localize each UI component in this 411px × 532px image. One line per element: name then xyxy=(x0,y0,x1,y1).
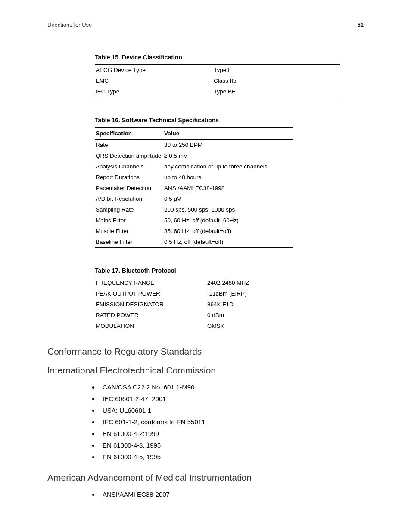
row-label: Report Durations xyxy=(95,172,163,183)
table-row: Report Durationsup to 48 hours xyxy=(95,172,293,183)
table-row: Rate30 to 250 BPM xyxy=(95,140,293,151)
conformance-heading: Conformance to Regulatory Standards xyxy=(47,346,364,357)
table16-header-value: Value xyxy=(163,128,293,140)
table15-caption: Table 15. Device Classification xyxy=(95,54,364,61)
row-value: 30 to 250 BPM xyxy=(163,140,293,151)
row-label: A/D bit Resolution xyxy=(95,193,163,204)
row-label: Rate xyxy=(95,140,163,151)
list-item: IEC 60601-2-47, 2001 xyxy=(99,395,364,402)
device-classification-table: AECG Device TypeType IEMCClass IIbIEC Ty… xyxy=(95,64,340,97)
table-row: MODULATIONGMSK xyxy=(95,320,258,331)
row-value: 35, 60 Hz, off (default=off) xyxy=(163,226,293,236)
row-label: Baseline Filter xyxy=(95,236,163,248)
table-row: Mains Filter50, 60 Hz, off (default=60Hz… xyxy=(95,215,293,226)
iec-standards-list: CAN/CSA C22.2 No. 601.1-M90IEC 60601-2-4… xyxy=(99,383,364,460)
table-row: EMCClass IIb xyxy=(95,75,340,86)
row-label: Pacemaker Detection xyxy=(95,183,163,193)
row-value: Class IIb xyxy=(213,75,340,86)
list-item: USA: UL60601-1 xyxy=(99,407,364,414)
list-item: EN 61000-4-5, 1995 xyxy=(99,453,364,460)
software-specs-table: Specification Value Rate30 to 250 BPMQRS… xyxy=(95,127,293,248)
bluetooth-protocol-table: FREQUENCY RANGE2402-2480 MHZPEAK OUTPUT … xyxy=(95,277,258,331)
table-row: Baseline Filter0.5 Hz, off (default=off) xyxy=(95,236,293,248)
row-value: Type BF xyxy=(213,86,340,97)
page-header: Directions for Use 51 xyxy=(47,22,364,28)
table-row: Muscle Filter35, 60 Hz, off (default=off… xyxy=(95,226,293,236)
row-label: Muscle Filter xyxy=(95,226,163,236)
row-value: -11dBm (EIRP) xyxy=(206,288,258,299)
table-row: QRS Detection amplitude≥ 0.5 mV xyxy=(95,150,293,161)
table-row: Pacemaker DetectionANSI/AAMI EC38-1998 xyxy=(95,183,293,193)
table-row: Sampling Rate200 sps, 500 sps, 1000 sps xyxy=(95,204,293,215)
table-row: A/D bit Resolution0.5 µV xyxy=(95,193,293,204)
iec-heading: International Electrotechnical Commissio… xyxy=(47,365,364,376)
table-row: PEAK OUTPUT POWER-11dBm (EIRP) xyxy=(95,288,258,299)
row-label: RATED POWER xyxy=(95,310,206,320)
table17-caption: Table 17. Bluetooth Protocol xyxy=(95,267,364,274)
row-label: EMC xyxy=(95,75,213,86)
table-row: EMISSION DESIGNATOR864K F1D xyxy=(95,299,258,310)
table-row: RATED POWER0 dBm xyxy=(95,310,258,320)
row-value: 864K F1D xyxy=(206,299,258,310)
row-value: 0 dBm xyxy=(206,310,258,320)
aami-heading: American Advancement of Medical Instrume… xyxy=(47,473,364,483)
row-value: up to 48 hours xyxy=(163,172,293,183)
row-label: Mains Filter xyxy=(95,215,163,226)
row-value: 0.5 µV xyxy=(163,193,293,204)
table16-header-spec: Specification xyxy=(95,128,163,140)
row-label: MODULATION xyxy=(95,320,206,331)
list-item: ANSI/AAMI EC38-2007 xyxy=(99,491,364,498)
table-row: AECG Device TypeType I xyxy=(95,65,340,76)
row-value: 0.5 Hz, off (default=off) xyxy=(163,236,293,248)
row-label: AECG Device Type xyxy=(95,65,213,76)
row-label: IEC Type xyxy=(95,86,213,97)
row-value: 50, 60 Hz, off (default=60Hz) xyxy=(163,215,293,226)
table16-caption: Table 16. Software Technical Specificati… xyxy=(95,117,364,124)
list-item: EN 61000-4-3, 1995 xyxy=(99,442,364,449)
list-item: CAN/CSA C22.2 No. 601.1-M90 xyxy=(99,383,364,391)
header-title: Directions for Use xyxy=(47,22,92,28)
row-value: ≥ 0.5 mV xyxy=(163,150,293,161)
content-area: Table 15. Device Classification AECG Dev… xyxy=(95,54,364,331)
row-label: Sampling Rate xyxy=(95,204,163,215)
row-label: QRS Detection amplitude xyxy=(95,150,163,161)
row-label: Analysis Channels xyxy=(95,161,163,172)
row-value: 200 sps, 500 sps, 1000 sps xyxy=(163,204,293,215)
row-value: GMSK xyxy=(206,320,258,331)
row-value: any combination of up to three channels xyxy=(163,161,293,172)
list-item: EN 61000-4-2:1999 xyxy=(99,430,364,437)
page: Directions for Use 51 Table 15. Device C… xyxy=(0,0,411,532)
page-number: 51 xyxy=(358,22,364,28)
row-value: 2402-2480 MHZ xyxy=(206,277,258,288)
table-row: IEC TypeType BF xyxy=(95,86,340,97)
row-label: FREQUENCY RANGE xyxy=(95,277,206,288)
row-value: Type I xyxy=(213,65,340,76)
table-row: Analysis Channelsany combination of up t… xyxy=(95,161,293,172)
aami-standards-list: ANSI/AAMI EC38-2007 xyxy=(99,491,364,498)
row-label: EMISSION DESIGNATOR xyxy=(95,299,206,310)
row-label: PEAK OUTPUT POWER xyxy=(95,288,206,299)
table-row: FREQUENCY RANGE2402-2480 MHZ xyxy=(95,277,258,288)
row-value: ANSI/AAMI EC38-1998 xyxy=(163,183,293,193)
list-item: IEC 601-1-2, conforms to EN 55011 xyxy=(99,418,364,426)
